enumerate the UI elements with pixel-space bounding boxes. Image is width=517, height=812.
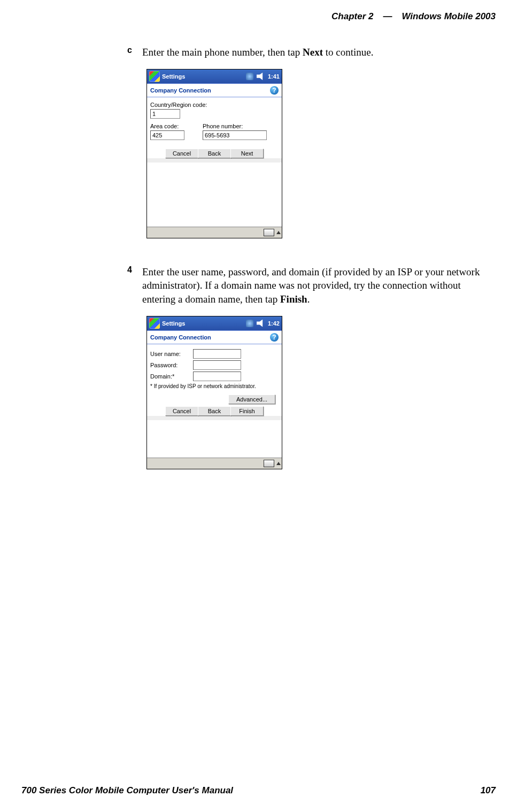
- page-footer: 700 Series Color Mobile Computer User's …: [21, 785, 496, 796]
- domain-label: Domain:*: [150, 373, 193, 380]
- area-label: Area code:: [150, 123, 193, 129]
- clock-text[interactable]: 1:42: [268, 320, 280, 327]
- step-c: c Enter the main phone number, then tap …: [127, 45, 491, 59]
- connectivity-icon[interactable]: [246, 73, 253, 80]
- start-icon[interactable]: [149, 318, 160, 329]
- password-label: Password:: [150, 362, 193, 368]
- screenshot-2: Settings 1:42 Company Connection ? User …: [146, 316, 282, 469]
- keyboard-icon[interactable]: [264, 460, 274, 467]
- help-icon[interactable]: ?: [270, 86, 279, 95]
- speaker-icon[interactable]: [257, 73, 264, 80]
- finish-button[interactable]: Finish: [230, 406, 264, 416]
- country-input[interactable]: 1: [150, 109, 180, 119]
- advanced-row: Advanced...: [150, 395, 275, 404]
- button-row: Cancel Back Next: [150, 149, 279, 158]
- page-number: 107: [481, 785, 496, 796]
- form-title: Company Connection: [150, 334, 211, 341]
- keyboard-icon[interactable]: [264, 229, 274, 236]
- step-text: Enter the main phone number, then tap Ne…: [142, 45, 373, 59]
- blank-area: [147, 420, 282, 458]
- next-button[interactable]: Next: [230, 149, 264, 158]
- step-marker: 4: [127, 265, 135, 306]
- form-content: User name: Password: Domain:* * If provi…: [147, 344, 282, 416]
- titlebar: Settings 1:42: [147, 316, 282, 330]
- domain-input[interactable]: [193, 372, 241, 381]
- chevron-up-icon[interactable]: [276, 462, 281, 465]
- header-title: Windows Mobile 2003: [402, 12, 496, 21]
- username-row: User name:: [150, 349, 279, 359]
- chevron-up-icon[interactable]: [276, 231, 281, 234]
- form-title-bar: Company Connection ?: [147, 84, 282, 97]
- phone-input[interactable]: 695-5693: [203, 130, 267, 140]
- country-label: Country/Region code:: [150, 102, 279, 108]
- titlebar: Settings 1:41: [147, 69, 282, 83]
- back-button[interactable]: Back: [198, 149, 231, 158]
- area-input[interactable]: 425: [150, 130, 184, 140]
- button-row: Cancel Back Finish: [150, 406, 279, 416]
- back-button[interactable]: Back: [198, 406, 231, 416]
- blank-area: [147, 163, 282, 227]
- phone-label: Phone number:: [203, 123, 267, 129]
- username-label: User name:: [150, 351, 193, 357]
- username-input[interactable]: [193, 349, 241, 359]
- header-dash: —: [383, 12, 392, 21]
- form-2: Company Connection ? User name: Password…: [147, 330, 282, 469]
- sip-bar: [147, 227, 282, 238]
- manual-title: 700 Series Color Mobile Computer User's …: [21, 785, 233, 796]
- password-row: Password:: [150, 360, 279, 370]
- domain-row: Domain:*: [150, 372, 279, 381]
- connectivity-icon[interactable]: [246, 320, 253, 327]
- help-icon[interactable]: ?: [270, 333, 279, 342]
- form-1: Company Connection ? Country/Region code…: [147, 83, 282, 238]
- titlebar-title: Settings: [162, 73, 185, 80]
- step-text: Enter the user name, password, and domai…: [142, 265, 491, 306]
- page: Chapter 2 — Windows Mobile 2003 c Enter …: [0, 0, 517, 812]
- form-title: Company Connection: [150, 87, 211, 94]
- form-content: Country/Region code: 1 Area code: 425 Ph…: [147, 97, 282, 158]
- start-icon[interactable]: [149, 71, 160, 82]
- cancel-button[interactable]: Cancel: [165, 149, 198, 158]
- form-title-bar: Company Connection ?: [147, 331, 282, 344]
- speaker-icon[interactable]: [257, 320, 264, 327]
- titlebar-title: Settings: [162, 320, 185, 327]
- sip-bar: [147, 458, 282, 469]
- password-input[interactable]: [193, 360, 241, 370]
- screenshot-1: Settings 1:41 Company Connection ? Count…: [146, 69, 282, 238]
- chapter-label: Chapter 2: [331, 12, 373, 21]
- page-header: Chapter 2 — Windows Mobile 2003: [331, 12, 496, 21]
- page-body: c Enter the main phone number, then tap …: [127, 45, 491, 496]
- domain-note: * If provided by ISP or network administ…: [150, 383, 279, 389]
- clock-text[interactable]: 1:41: [268, 73, 280, 80]
- advanced-button[interactable]: Advanced...: [228, 395, 275, 404]
- step-marker: c: [127, 45, 135, 59]
- cancel-button[interactable]: Cancel: [165, 406, 198, 416]
- step-4: 4 Enter the user name, password, and dom…: [127, 265, 491, 306]
